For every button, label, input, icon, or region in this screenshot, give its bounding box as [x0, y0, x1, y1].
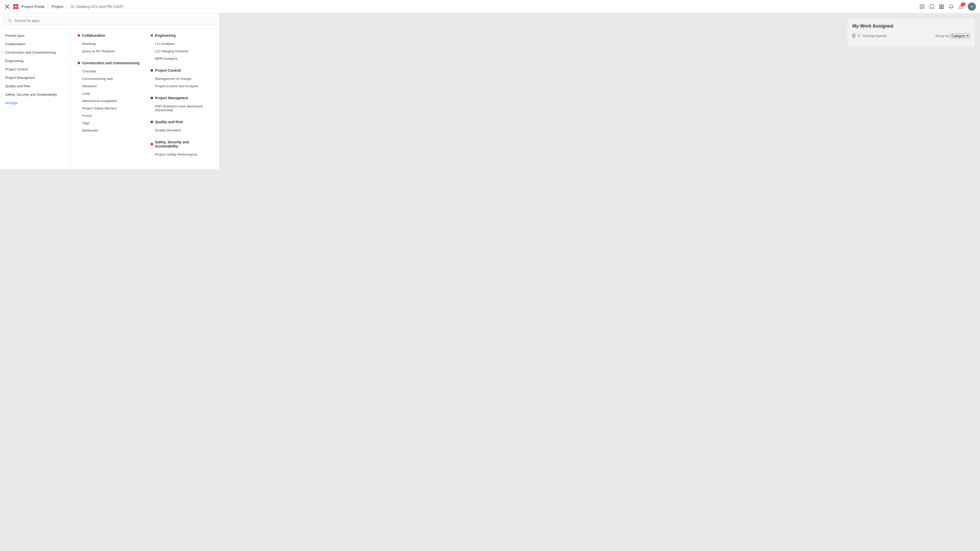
category-construction: Construction and Commissioning Checklist… [78, 61, 140, 134]
my-work-title: My Work Assigned [853, 24, 970, 29]
category-collaboration-header: Collaboration [78, 33, 140, 38]
app-meetings[interactable]: Meetings [78, 40, 140, 48]
sidebar-item-quality-risk[interactable]: Quality and Risk [0, 82, 71, 90]
bookmark-button[interactable] [929, 4, 935, 10]
svg-rect-2 [13, 4, 16, 6]
topbar: Project Portal / Project / Oseberg GCU a… [0, 0, 980, 13]
my-work-panel: My Work Assigned 0 ⏱ Pending requests Gr… [847, 18, 975, 47]
project-control-dot [151, 69, 153, 72]
app-tags[interactable]: Tags [78, 119, 140, 127]
category-collaboration: Collaboration Meetings Query & NC Reques… [78, 33, 140, 55]
pending-count-number: 0 [853, 33, 855, 39]
breadcrumb-search: Oseberg GCU and PfS (OGP) [71, 5, 124, 9]
quality-risk-label: Quality and Risk [155, 120, 183, 124]
app-mdr-analytics[interactable]: MDR Analytics [151, 55, 213, 62]
app-project-safety-barriers[interactable]: Project Safety Barriers [78, 105, 140, 112]
svg-rect-13 [942, 5, 943, 6]
project-management-label: Project Managment [155, 96, 188, 100]
svg-rect-17 [942, 8, 943, 9]
sidebar-item-project-management[interactable]: Project Managment [0, 73, 71, 82]
app-lci-hanging-gardens[interactable]: LCI Hanging Gardens [151, 48, 213, 55]
app-handover[interactable]: Handover [78, 83, 140, 90]
notification-bell-button[interactable] [948, 4, 954, 10]
app-project-safety-performance[interactable]: Project Safety Performance [151, 151, 213, 158]
search-input[interactable] [14, 19, 211, 23]
topbar-right: 4 U [919, 3, 976, 11]
logo-icon [12, 3, 19, 10]
svg-rect-14 [939, 6, 941, 8]
construction-dot [78, 62, 80, 64]
sidebar-item-pinned-apps[interactable]: Pinned Apps [0, 32, 71, 40]
dd-left-column: Collaboration Meetings Query & NC Reques… [78, 33, 140, 164]
quality-risk-dot [151, 121, 153, 123]
search-icon [8, 19, 12, 23]
svg-line-7 [73, 7, 74, 8]
svg-rect-16 [939, 8, 941, 9]
construction-label: Construction and Commissioning [82, 61, 140, 65]
group-by-select[interactable]: Category [950, 33, 970, 38]
app-query-nc-request[interactable]: Query & NC Request [78, 48, 140, 55]
topbar-left: Project Portal / Project / Oseberg GCU a… [4, 3, 919, 10]
app-punch[interactable]: Punch [78, 112, 140, 119]
separator-2: / [67, 5, 68, 9]
my-work-stats-row: 0 ⏱ Pending requests Group by Category [853, 33, 970, 39]
engineering-label: Engineering [155, 33, 176, 38]
svg-rect-4 [13, 7, 16, 9]
category-engineering-header: Engineering [151, 33, 213, 38]
dd-sidebar: Pinned Apps Collaboration Construction a… [0, 28, 72, 169]
sidebar-item-all-apps[interactable]: All Apps [0, 99, 71, 107]
svg-rect-8 [920, 5, 921, 6]
app-lci-analytics[interactable]: LCI Analytics [151, 40, 213, 48]
app-management-of-change[interactable]: Management of change [151, 75, 213, 83]
app-logo[interactable]: Project Portal [12, 3, 45, 10]
app-mechanical-completion[interactable]: Mechanical completion [78, 97, 140, 105]
category-safety-header: Safety, Security and Sustainability [151, 140, 213, 148]
app-workorder[interactable]: Workorder [78, 127, 140, 134]
dropdown-content: Pinned Apps Collaboration Construction a… [0, 28, 219, 169]
collaboration-label: Collaboration [82, 33, 105, 38]
svg-point-19 [961, 8, 961, 8]
category-construction-header: Construction and Commissioning [78, 61, 140, 65]
app-pmt-business-case[interactable]: PMT Business case dashboard (Restricted) [151, 103, 213, 114]
breadcrumb-project[interactable]: Project [52, 4, 64, 9]
safety-label: Safety, Security and Sustainability [155, 140, 213, 148]
project-control-label: Project Control [155, 68, 181, 73]
collaboration-dot [78, 34, 80, 37]
app-commissioning-task[interactable]: Commissioning task [78, 75, 140, 83]
svg-rect-3 [16, 4, 18, 6]
app-loop[interactable]: Loop [78, 90, 140, 97]
sidebar-item-safety[interactable]: Safety, Security and Sustainability [0, 90, 71, 99]
pending-requests-count: 0 ⏱ Pending requests [853, 33, 887, 39]
close-button[interactable] [4, 3, 10, 10]
sidebar-item-collaboration[interactable]: Collaboration [0, 40, 71, 48]
category-project-management: Project Managment PMT Business case dash… [151, 96, 213, 114]
grid-button[interactable] [939, 4, 944, 10]
dd-panel: Collaboration Meetings Query & NC Reques… [72, 28, 219, 169]
category-project-control-header: Project Control [151, 68, 213, 73]
pending-label: Pending requests [863, 34, 886, 38]
app-search-dropdown: Pinned Apps Collaboration Construction a… [0, 13, 220, 170]
warning-button[interactable]: 4 [958, 4, 964, 10]
category-project-control: Project Control Management of change Pro… [151, 68, 213, 90]
app-project-control-analysis[interactable]: Project Control and Analysis [151, 83, 213, 90]
category-engineering: Engineering LCI Analytics LCI Hanging Ga… [151, 33, 213, 62]
svg-rect-5 [16, 7, 18, 9]
sidebar-item-engineering[interactable]: Engineering [0, 57, 71, 65]
search-bar-inner[interactable] [4, 16, 215, 25]
app-quality-deviation[interactable]: Quality Deviation [151, 127, 213, 134]
dd-right-column: Engineering LCI Analytics LCI Hanging Ga… [151, 33, 213, 164]
search-bar-container [0, 13, 219, 28]
app-checklist[interactable]: Checklist [78, 68, 140, 75]
engineering-dot [151, 34, 153, 37]
sidebar-item-construction[interactable]: Construction and Commissioning [0, 48, 71, 57]
svg-rect-11 [923, 7, 924, 9]
fullscreen-button[interactable] [919, 4, 925, 10]
user-avatar[interactable]: U [968, 3, 976, 11]
breadcrumb-project-name: Oseberg GCU and PfS (OGP) [76, 5, 124, 9]
category-quality-risk-header: Quality and Risk [151, 120, 213, 124]
app-name-label: Project Portal [21, 4, 45, 9]
category-safety: Safety, Security and Sustainability Proj… [151, 140, 213, 158]
sidebar-item-project-control[interactable]: Project Control [0, 65, 71, 73]
safety-dot [151, 143, 153, 145]
project-management-dot [151, 97, 153, 99]
